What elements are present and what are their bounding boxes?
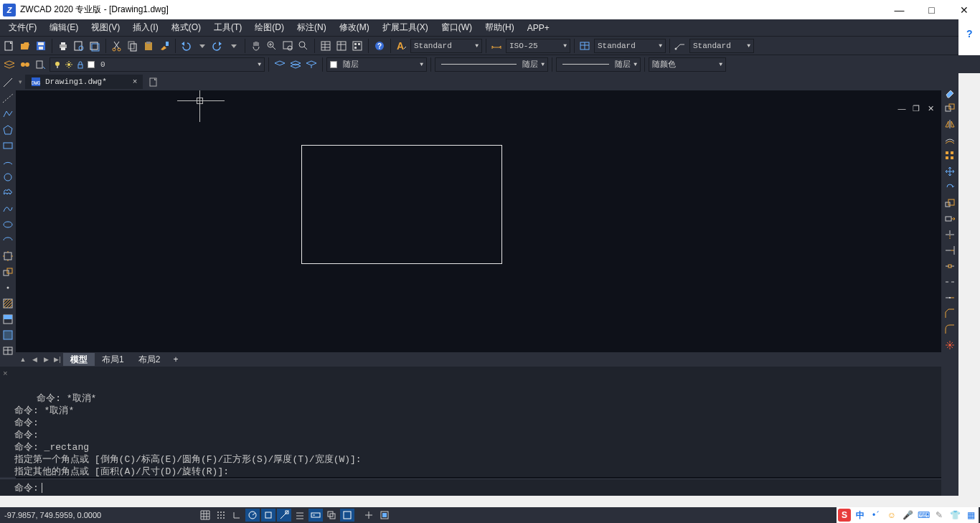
lineweight-combo[interactable]: 随层▼ (556, 57, 641, 72)
color-combo[interactable]: 随层▼ (326, 57, 427, 72)
ime-punct-icon[interactable]: •ˊ (870, 509, 882, 522)
layout-tab-add[interactable]: + (167, 353, 184, 366)
layout-nav-next-icon[interactable]: ▶ (40, 354, 52, 365)
viewport-close-icon[interactable]: ✕ (925, 103, 936, 113)
command-history[interactable]: × 命令: *取消* 命令: *取消* 命令: 命令: 命令: _rectang… (0, 367, 941, 477)
command-input-row[interactable]: 命令: (0, 479, 941, 496)
new-icon[interactable] (2, 39, 17, 53)
file-tab-drawing1[interactable]: DWG Drawing1.dwg* × (25, 75, 143, 89)
layer-iso-icon[interactable] (288, 57, 303, 72)
dimstyle-combo[interactable]: ISO-25▼ (506, 39, 570, 53)
workspace-switch-icon[interactable] (377, 509, 392, 522)
menu-draw[interactable]: 绘图(D) (248, 19, 291, 36)
layer-manager-icon[interactable] (2, 57, 17, 72)
model-space-icon[interactable] (340, 509, 354, 522)
layout-nav-last-icon[interactable]: ▶| (52, 354, 63, 365)
layout-tab-layout1[interactable]: 布局1 (95, 353, 131, 366)
point-icon[interactable] (1, 281, 14, 294)
save-icon[interactable] (34, 39, 48, 53)
chamfer-icon[interactable] (943, 307, 956, 320)
break-point-icon[interactable] (943, 260, 956, 273)
gradient-icon[interactable] (1, 313, 14, 326)
redo-icon[interactable] (211, 39, 225, 53)
filetab-pin-icon[interactable]: ▾ (19, 78, 22, 85)
zoom-window-icon[interactable] (281, 39, 295, 53)
extend-icon[interactable] (943, 244, 956, 257)
undo-icon[interactable] (179, 39, 194, 53)
hatch-icon[interactable] (1, 297, 14, 310)
make-block-icon[interactable] (1, 265, 14, 278)
tool-palettes-icon[interactable] (350, 39, 364, 53)
ortho-icon[interactable] (230, 509, 244, 522)
open-icon[interactable] (18, 39, 32, 53)
cmdline-close-icon[interactable]: × (3, 368, 8, 380)
redo-dropdown-icon[interactable] (227, 39, 241, 53)
circle-icon[interactable] (1, 171, 14, 184)
spline-icon[interactable] (1, 202, 14, 215)
paste-icon[interactable] (141, 39, 156, 53)
print-preview-icon[interactable] (72, 39, 86, 53)
tablestyle-icon[interactable] (578, 39, 593, 53)
menu-edit[interactable]: 编辑(E) (43, 19, 85, 36)
offset-icon[interactable] (943, 133, 956, 146)
mirror-icon[interactable] (943, 118, 956, 131)
polygon-icon[interactable] (1, 123, 14, 136)
window-minimize-button[interactable]: — (883, 0, 915, 19)
file-tab-close-icon[interactable]: × (133, 77, 138, 86)
dimstyle-icon[interactable] (490, 39, 504, 53)
ime-settings-icon[interactable]: ✎ (933, 509, 946, 522)
ime-keyboard-icon[interactable]: ⌨ (917, 509, 930, 522)
help-icon[interactable]: ? (966, 28, 980, 39)
properties-icon[interactable] (319, 39, 333, 53)
break-icon[interactable] (943, 275, 956, 288)
rectangle-icon[interactable] (1, 139, 14, 152)
polar-icon[interactable] (245, 509, 260, 522)
ime-lang-icon[interactable]: 中 (854, 509, 867, 522)
design-center-icon[interactable] (334, 39, 349, 53)
drawn-rectangle[interactable] (301, 145, 502, 264)
menu-view[interactable]: 视图(V) (85, 19, 126, 36)
trim-icon[interactable] (943, 228, 956, 241)
layout-tab-model[interactable]: 模型 (63, 353, 95, 366)
matchprop-icon[interactable] (157, 39, 171, 53)
osnap-icon[interactable] (261, 509, 275, 522)
layout-nav-first-icon[interactable]: ▲ (17, 354, 29, 365)
stretch-icon[interactable] (943, 212, 956, 225)
ime-emoji-icon[interactable]: ☺ (885, 509, 898, 522)
annotation-scale-icon[interactable] (362, 509, 376, 522)
grid-display-icon[interactable] (214, 509, 228, 522)
textstyle-icon[interactable]: A (395, 39, 409, 53)
layer-combo[interactable]: 0 ▼ (50, 57, 265, 72)
menu-express[interactable]: 扩展工具(X) (376, 19, 435, 36)
pan-icon[interactable] (249, 39, 263, 53)
ellipse-arc-icon[interactable] (1, 234, 14, 247)
coordinates-readout[interactable]: -97.9857, 749.5959, 0.0000 (0, 511, 198, 519)
zoom-realtime-icon[interactable] (265, 39, 279, 53)
drawing-canvas[interactable]: — ❐ ✕ (16, 90, 941, 352)
table-icon[interactable] (1, 344, 14, 357)
viewport-minimize-icon[interactable]: — (897, 103, 907, 113)
fillet-icon[interactable] (943, 323, 956, 336)
arc-icon[interactable] (1, 155, 14, 168)
move-icon[interactable] (943, 165, 956, 178)
region-icon[interactable] (1, 329, 14, 341)
revcloud-icon[interactable] (1, 187, 14, 199)
tablestyle-combo[interactable]: Standard▼ (594, 39, 666, 53)
linetype-combo[interactable]: 随层▼ (435, 57, 548, 72)
otrack-icon[interactable] (277, 509, 291, 522)
menu-insert[interactable]: 插入(I) (126, 19, 164, 36)
textstyle-combo[interactable]: Standard▼ (410, 39, 482, 53)
xline-icon[interactable] (1, 92, 14, 105)
scale-icon[interactable] (943, 197, 956, 209)
rotate-icon[interactable] (943, 181, 956, 194)
publish-icon[interactable] (88, 39, 102, 53)
layout-nav-prev-icon[interactable]: ◀ (29, 354, 40, 365)
window-maximize-button[interactable]: □ (915, 0, 948, 19)
explode-icon[interactable] (943, 339, 956, 352)
menu-window[interactable]: 窗口(W) (435, 19, 479, 36)
insert-block-icon[interactable] (1, 250, 14, 263)
lineweight-toggle-icon[interactable] (293, 509, 307, 522)
undo-dropdown-icon[interactable] (195, 39, 209, 53)
polyline-icon[interactable] (1, 108, 14, 121)
ime-sogou-icon[interactable]: S (838, 509, 851, 522)
